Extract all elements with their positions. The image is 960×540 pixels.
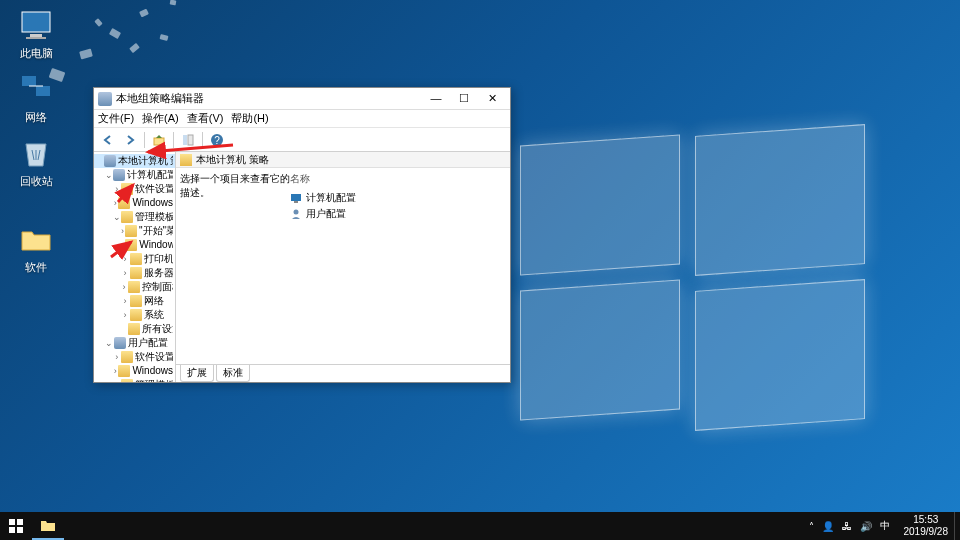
tree-item[interactable]: ›系统 [94, 308, 175, 322]
tree-item-label: 网络 [144, 294, 164, 308]
menu-file[interactable]: 文件(F) [98, 111, 134, 126]
svg-rect-18 [17, 519, 23, 525]
tree-item[interactable]: ›控制面板 [94, 280, 175, 294]
policy-icon [104, 155, 116, 167]
tree-item-label: 控制面板 [142, 280, 173, 294]
up-button[interactable] [149, 130, 169, 150]
expand-toggle-icon[interactable]: › [120, 308, 130, 322]
folder-icon [121, 351, 133, 363]
monitor-icon [18, 8, 54, 44]
maximize-button[interactable]: ☐ [450, 90, 478, 108]
tree-item[interactable]: ›"开始"菜单和任 [94, 224, 175, 238]
minimize-button[interactable]: — [422, 90, 450, 108]
system-tray[interactable]: ˄ 👤 🖧 🔊 中 [801, 519, 898, 533]
tree-item[interactable]: 所有设置 [94, 322, 175, 336]
tree-item[interactable]: ›管理模板 [94, 378, 175, 382]
tree-item-label: 系统 [144, 308, 164, 322]
tree-item-label: 软件设置 [135, 182, 173, 196]
menu-action[interactable]: 操作(A) [142, 111, 179, 126]
wallpaper-windows-logo [520, 140, 870, 430]
tree-item[interactable]: ⌄用户配置 [94, 336, 175, 350]
svg-text:?: ? [214, 135, 220, 146]
desktop-icon-recycle-bin[interactable]: 回收站 [8, 136, 64, 189]
folder-icon [125, 239, 137, 251]
menu-help[interactable]: 帮助(H) [231, 111, 268, 126]
tray-up-icon[interactable]: ˄ [809, 521, 814, 532]
tree-item[interactable]: ›Windows 设置 [94, 196, 175, 210]
tree-item-label: 用户配置 [128, 336, 168, 350]
tree-item-label: 所有设置 [142, 322, 173, 336]
network-tray-icon[interactable]: 🖧 [842, 521, 852, 532]
description-prompt: 选择一个项目来查看它的描述。 [180, 172, 290, 360]
tree-item[interactable]: ⌄计算机配置 [94, 168, 175, 182]
tree-item[interactable]: ›Windows 设置 [94, 364, 175, 378]
titlebar[interactable]: 本地组策略编辑器 — ☐ ✕ [94, 88, 510, 110]
back-button[interactable] [98, 130, 118, 150]
expand-toggle-icon[interactable]: ⌄ [104, 336, 114, 350]
expand-toggle-icon[interactable]: › [112, 350, 121, 364]
desktop-icon-network[interactable]: 网络 [8, 72, 64, 125]
window-title: 本地组策略编辑器 [116, 91, 422, 106]
tree-item[interactable]: ⌄管理模板 [94, 210, 175, 224]
folder-icon [121, 379, 133, 382]
clock-date: 2019/9/28 [904, 526, 949, 538]
tree-item[interactable]: ›打印机 [94, 252, 175, 266]
svg-rect-12 [294, 201, 298, 203]
expand-toggle-icon[interactable]: ⌄ [112, 210, 121, 224]
gpedit-window: 本地组策略编辑器 — ☐ ✕ 文件(F) 操作(A) 查看(V) 帮助(H) ?… [93, 87, 511, 383]
computer-config-icon [290, 192, 302, 204]
list-item-label: 用户配置 [306, 206, 346, 222]
forward-button[interactable] [120, 130, 140, 150]
bottom-tabs: 扩展 标准 [176, 364, 510, 382]
desktop-icon-this-pc[interactable]: 此电脑 [8, 8, 64, 61]
taskbar: ˄ 👤 🖧 🔊 中 15:53 2019/9/28 [0, 512, 960, 540]
expand-toggle-icon[interactable]: › [112, 378, 121, 382]
expand-toggle-icon[interactable]: ⌄ [104, 168, 113, 182]
svg-rect-3 [22, 76, 36, 86]
close-button[interactable]: ✕ [478, 90, 506, 108]
volume-icon[interactable]: 🔊 [860, 521, 872, 532]
tree-item[interactable]: ›软件设置 [94, 350, 175, 364]
folder-icon [130, 309, 142, 321]
people-icon[interactable]: 👤 [822, 521, 834, 532]
recycle-bin-icon [18, 136, 54, 172]
list-item[interactable]: 计算机配置 [290, 190, 506, 206]
folder-icon [118, 197, 130, 209]
folder-icon [128, 281, 140, 293]
svg-rect-1 [30, 34, 42, 37]
expand-toggle-icon[interactable]: › [120, 252, 130, 266]
clock[interactable]: 15:53 2019/9/28 [898, 514, 955, 538]
svg-rect-11 [291, 194, 301, 201]
svg-rect-7 [183, 135, 187, 145]
folder-icon [130, 295, 142, 307]
tab-extended[interactable]: 扩展 [180, 365, 214, 382]
tree-pane[interactable]: 本地计算机 策略⌄计算机配置›软件设置›Windows 设置⌄管理模板›"开始"… [94, 152, 176, 382]
expand-toggle-icon[interactable]: › [112, 182, 121, 196]
help-button[interactable]: ? [207, 130, 227, 150]
tree-item[interactable]: ›Windows 组件 [94, 238, 175, 252]
taskbar-item-explorer[interactable] [32, 512, 64, 540]
folder-icon [130, 253, 142, 265]
folder-icon [180, 154, 192, 166]
expand-toggle-icon[interactable]: › [120, 280, 128, 294]
tree-item[interactable]: ›服务器 [94, 266, 175, 280]
menu-view[interactable]: 查看(V) [187, 111, 224, 126]
start-button[interactable] [0, 512, 32, 540]
expand-toggle-icon[interactable]: › [120, 294, 130, 308]
tree-item[interactable]: ›软件设置 [94, 182, 175, 196]
clock-time: 15:53 [904, 514, 949, 526]
ime-icon[interactable]: 中 [880, 519, 890, 533]
show-hide-tree-button[interactable] [178, 130, 198, 150]
tree-item-label: 管理模板 [135, 378, 173, 382]
expand-toggle-icon[interactable]: › [120, 266, 130, 280]
tree-item[interactable]: 本地计算机 策略 [94, 154, 175, 168]
tree-item[interactable]: ›网络 [94, 294, 175, 308]
desktop-icon-label: 网络 [8, 110, 64, 125]
desktop-icon-software[interactable]: 软件 [8, 222, 64, 275]
list-item[interactable]: 用户配置 [290, 206, 506, 222]
policy-icon [114, 337, 126, 349]
show-desktop-button[interactable] [954, 512, 960, 540]
tab-standard[interactable]: 标准 [216, 365, 250, 382]
svg-point-13 [294, 210, 299, 215]
folder-icon [121, 183, 133, 195]
